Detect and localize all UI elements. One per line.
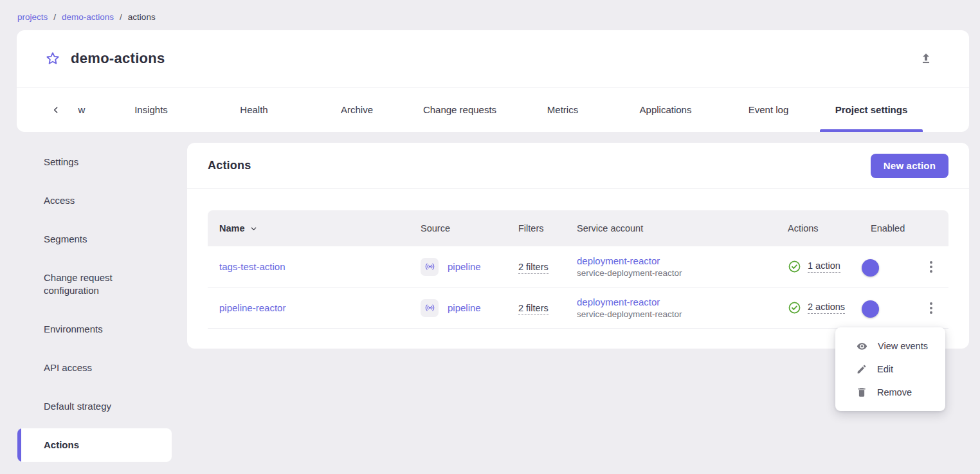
action-name-cell: tags-test-action [208,261,409,272]
column-header-name[interactable]: Name [208,223,409,233]
source-link[interactable]: pipeline [448,302,481,313]
breadcrumb: projects / demo-actions / actions [0,0,980,30]
signal-icon [421,258,439,276]
menu-item-label: Remove [877,387,912,397]
enabled-cell [859,262,922,272]
panel-title: Actions [208,159,251,172]
kebab-menu-icon[interactable] [922,299,940,317]
signal-icon [421,299,439,317]
filters-cell: 2 filters [507,262,565,272]
tab-applications[interactable]: Applications [614,87,717,132]
kebab-menu-icon[interactable] [922,258,940,276]
tab-insights[interactable]: Insights [100,87,203,132]
actions-table: Name Source Filters Service account Acti… [208,210,948,329]
actions-panel-header: Actions New action [187,143,969,189]
upload-icon[interactable] [919,51,933,66]
project-header-card: demo-actions w Insights Health Archive C… [17,30,969,132]
favorite-star-icon[interactable] [45,51,60,66]
sidebar-item-environments[interactable]: Environments [17,310,172,349]
tab-metrics[interactable]: Metrics [511,87,614,132]
action-name-link[interactable]: pipeline-reactor [219,302,286,313]
chevron-down-icon [250,224,258,233]
actions-count-cell: 1 action [776,260,859,273]
service-account-cell: deployment-reactor service-deployment-re… [565,255,776,278]
tab-overview-truncated[interactable]: w [64,87,100,132]
column-header-source: Source [409,223,507,233]
table-row: tags-test-action pipeline 2 filters [208,246,948,287]
action-name-link[interactable]: tags-test-action [219,261,286,272]
sidebar-item-default-strategy[interactable]: Default strategy [17,387,172,426]
source-link[interactable]: pipeline [448,261,481,272]
sidebar-item-segments[interactable]: Segments [17,220,172,259]
toggle-thumb [862,300,879,318]
row-menu-cell [922,258,948,276]
column-header-enabled: Enabled [859,223,922,233]
menu-item-edit[interactable]: Edit [835,358,945,381]
tab-change-requests[interactable]: Change requests [408,87,511,132]
table-row: pipeline-reactor pipeline 2 filters [208,287,948,329]
settings-sidebar: Settings Access Segments Change request … [17,143,172,464]
filters-count[interactable]: 2 filters [518,303,549,315]
breadcrumb-link-projects[interactable]: projects [17,12,48,22]
check-circle-icon [788,301,801,314]
page-title: demo-actions [71,50,165,67]
sidebar-item-api-access[interactable]: API access [17,349,172,387]
sidebar-item-change-request-configuration[interactable]: Change request configuration [17,259,172,310]
service-account-secondary: service-deployment-reactor [577,268,776,278]
chevron-left-icon[interactable] [48,87,64,132]
content-area: Settings Access Segments Change request … [17,143,969,464]
action-name-cell: pipeline-reactor [208,302,409,313]
menu-item-view-events[interactable]: View events [835,334,945,358]
column-header-name-label: Name [219,223,245,233]
row-context-menu: View events Edit Remove [835,327,945,411]
tab-health[interactable]: Health [203,87,305,132]
filters-cell: 2 filters [507,303,565,313]
actions-count[interactable]: 2 actions [808,302,845,314]
tab-archive[interactable]: Archive [305,87,408,132]
new-action-button[interactable]: New action [871,154,948,178]
enabled-cell [859,303,922,313]
source-cell: pipeline [409,258,507,276]
sidebar-item-actions[interactable]: Actions [17,428,172,462]
column-header-service-account: Service account [565,223,776,233]
filters-count[interactable]: 2 filters [518,262,549,274]
menu-item-remove[interactable]: Remove [835,381,945,404]
project-header-row: demo-actions [17,30,969,87]
trash-icon [856,387,867,398]
actions-panel: Actions New action Name Source [187,143,969,349]
source-cell: pipeline [409,299,507,317]
service-account-secondary: service-deployment-reactor [577,309,776,319]
menu-item-label: View events [878,341,928,351]
toggle-thumb [862,259,879,277]
sidebar-item-access[interactable]: Access [17,181,172,220]
actions-count-cell: 2 actions [776,301,859,314]
check-circle-icon [788,260,801,273]
breadcrumb-separator: / [53,12,56,22]
service-account-link[interactable]: deployment-reactor [577,255,776,266]
service-account-cell: deployment-reactor service-deployment-re… [565,296,776,319]
pencil-icon [856,363,867,375]
breadcrumb-current: actions [128,12,156,22]
breadcrumb-link-demo-actions[interactable]: demo-actions [62,12,114,22]
row-menu-cell [922,299,948,317]
sidebar-item-settings[interactable]: Settings [17,143,172,181]
tab-project-settings[interactable]: Project settings [820,87,923,132]
table-header-row: Name Source Filters Service account Acti… [208,210,948,246]
menu-item-label: Edit [877,364,893,374]
tab-event-log[interactable]: Event log [717,87,820,132]
actions-count[interactable]: 1 action [808,260,840,273]
eye-icon [856,340,868,352]
column-header-filters: Filters [507,223,565,233]
actions-panel-body: Name Source Filters Service account Acti… [187,189,969,349]
service-account-link[interactable]: deployment-reactor [577,296,776,307]
breadcrumb-separator: / [120,12,122,22]
column-header-actions: Actions [776,223,859,233]
project-tab-bar: w Insights Health Archive Change request… [17,87,969,132]
